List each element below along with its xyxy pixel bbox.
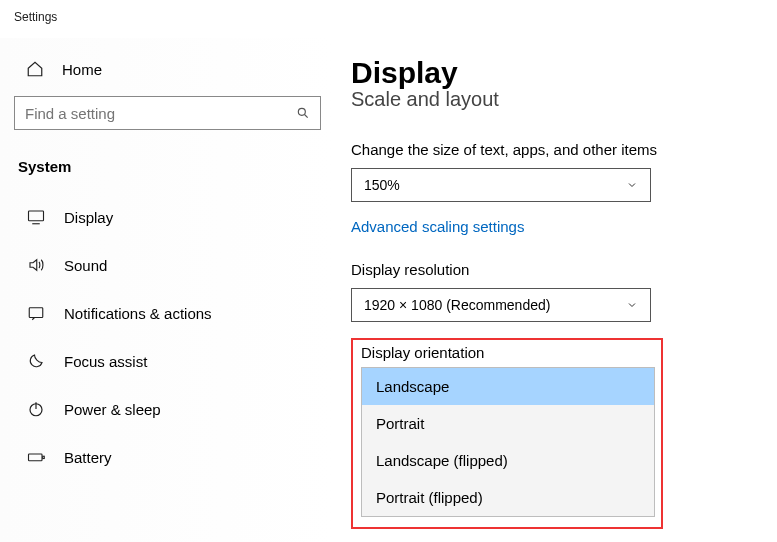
sidebar-item-label: Power & sleep xyxy=(64,401,161,418)
sidebar-item-notifications[interactable]: Notifications & actions xyxy=(14,289,321,337)
sidebar-item-label: Notifications & actions xyxy=(64,305,212,322)
sidebar-item-sound[interactable]: Sound xyxy=(14,241,321,289)
resolution-value: 1920 × 1080 (Recommended) xyxy=(364,297,550,313)
svg-rect-7 xyxy=(29,454,43,461)
moon-icon xyxy=(26,351,46,371)
orientation-option-portrait[interactable]: Portrait xyxy=(362,405,654,442)
svg-rect-8 xyxy=(43,456,45,458)
sidebar-item-label: Battery xyxy=(64,449,112,466)
orientation-label: Display orientation xyxy=(361,344,655,361)
content-area: Home System Display Sound Notifica xyxy=(0,38,777,542)
orientation-option-portrait-flipped[interactable]: Portrait (flipped) xyxy=(362,479,654,516)
notification-icon xyxy=(26,303,46,323)
chevron-down-icon xyxy=(626,299,638,311)
sidebar-item-label: Focus assist xyxy=(64,353,147,370)
svg-point-0 xyxy=(298,108,305,115)
scale-dropdown[interactable]: 150% xyxy=(351,168,651,202)
orientation-highlight: Display orientation Landscape Portrait L… xyxy=(351,338,663,529)
monitor-icon xyxy=(26,207,46,227)
home-nav[interactable]: Home xyxy=(14,52,321,86)
svg-line-1 xyxy=(305,115,308,118)
search-box[interactable] xyxy=(14,96,321,130)
main-panel: Display Scale and layout Change the size… xyxy=(335,38,777,542)
power-icon xyxy=(26,399,46,419)
sidebar-item-focus[interactable]: Focus assist xyxy=(14,337,321,385)
sidebar-item-power[interactable]: Power & sleep xyxy=(14,385,321,433)
home-label: Home xyxy=(62,61,102,78)
chevron-down-icon xyxy=(626,179,638,191)
search-input[interactable] xyxy=(25,105,296,122)
sidebar: Home System Display Sound Notifica xyxy=(0,38,335,542)
orientation-option-landscape[interactable]: Landscape xyxy=(362,368,654,405)
page-title: Display xyxy=(351,56,757,90)
sidebar-item-label: Sound xyxy=(64,257,107,274)
section-heading: Scale and layout xyxy=(351,88,757,111)
sidebar-item-label: Display xyxy=(64,209,113,226)
scale-label: Change the size of text, apps, and other… xyxy=(351,141,757,158)
sidebar-item-display[interactable]: Display xyxy=(14,193,321,241)
orientation-dropdown-open[interactable]: Landscape Portrait Landscape (flipped) P… xyxy=(361,367,655,517)
home-icon xyxy=(26,60,44,78)
scale-value: 150% xyxy=(364,177,400,193)
sidebar-category: System xyxy=(14,150,321,193)
resolution-label: Display resolution xyxy=(351,261,757,278)
speaker-icon xyxy=(26,255,46,275)
svg-rect-2 xyxy=(29,211,44,221)
window-title: Settings xyxy=(0,0,777,38)
search-icon xyxy=(296,106,310,120)
advanced-scaling-link[interactable]: Advanced scaling settings xyxy=(351,218,524,235)
sidebar-item-battery[interactable]: Battery xyxy=(14,433,321,481)
resolution-dropdown[interactable]: 1920 × 1080 (Recommended) xyxy=(351,288,651,322)
battery-icon xyxy=(26,447,46,467)
svg-rect-4 xyxy=(29,308,43,318)
orientation-option-landscape-flipped[interactable]: Landscape (flipped) xyxy=(362,442,654,479)
